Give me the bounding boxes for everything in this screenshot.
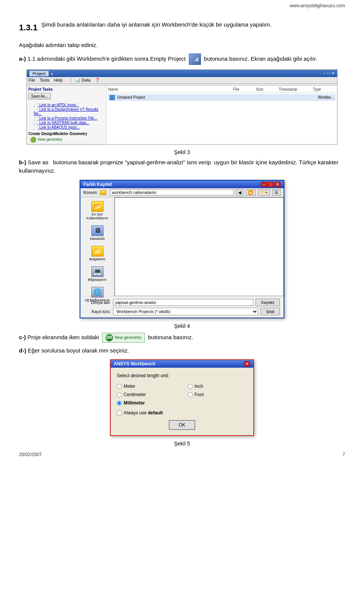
col-timestamp: Timestamp [279,87,305,91]
filetype-select[interactable]: Workbench Projects (*.wbdb) [113,308,258,315]
ansys-prompt: Select desired length unit: [117,373,247,378]
save-as-button[interactable]: Save As... [28,93,51,99]
save-button[interactable]: Kaydet [256,299,280,306]
save-dialog-titlebar: Farklı Kaydet ─ □ ✕ [80,181,284,188]
nav-computer[interactable]: 💻 Bilgisayarım [82,265,113,283]
nav-new-folder-btn[interactable]: 📁+ [258,189,270,196]
wb-body: Project Tasks Save As... 📄 Link to an AP… [27,86,337,144]
project-icon [110,95,115,100]
link-abaqus[interactable]: 📄 Link to ABAQUS input... [28,125,105,129]
new-geometry-sidebar[interactable]: 🟢 New geometry [30,137,105,143]
ansys-dialog: ANSYS Workbench ✕ Select desired length … [110,359,254,436]
new-geometry-button[interactable]: DM New geometry [102,333,145,343]
location-input[interactable]: workbench calismalarim [110,189,234,195]
ansys-dialog-title: ANSYS Workbench [114,361,155,367]
step-a-text1: 1.1 adımındaki gibi Workbench'e girdikte… [28,55,186,61]
save-dialog-body: 📂 En SonKullandıklarım 🖥 Masaüstü 📁 Belg… [80,197,284,296]
figure4-caption: Şekil 4 [19,323,345,329]
step-c-label: c-) [19,334,26,340]
figure5-caption: Şekil 5 [19,441,345,447]
footer-filetype-row: Kayıt türü: Workbench Projects (*.wbdb) … [84,308,280,315]
step-c-paragraph: c-) Proje ekranında iken soldaki DM New … [19,333,345,343]
nav-docs-label: Belgelerim [89,257,105,261]
ansys-close-btn[interactable]: ✕ [244,361,250,367]
save-dialog-footer: Dosya adı: Kaydet Kayıt türü: Workbench … [80,296,284,318]
nav-desktop-label: Masaüstü [90,237,105,241]
project-name: Unsaved Project [117,95,315,99]
ansys-options: Meter Inch Centimeter Foot Millimeter [117,384,247,406]
meter-label: Meter [124,384,135,389]
website-url: www.ansysbilgihavuzu.com [290,3,345,8]
nav-recent-label: En SonKullandıklarım [86,212,108,220]
nav-desktop[interactable]: 🖥 Masaüstü [82,224,113,242]
save-dialog: Farklı Kaydet ─ □ ✕ Konum: workbench cal… [80,180,284,318]
option-inch[interactable]: Inch [188,384,247,389]
col-size2: Size [256,87,271,91]
filename-input[interactable] [113,299,253,306]
wb-table-header: Name File Size Timestamp Type [108,87,336,93]
step-b-label: b-) [19,159,26,165]
wb-menubar: File Tools Help 📊 Data ❓ [27,77,337,84]
link-designxplorer[interactable]: 📄 Link to a DesignXplorer VT Results fil… [28,107,105,116]
step-a-text2: butonuna basınız. Ekran aşağıdaki gibi a… [204,55,317,61]
wb-tab[interactable]: Project [29,71,49,76]
footer-filename-row: Dosya adı: Kaydet [84,299,280,306]
step-a-text: a-) 1.1 adımındaki gibi Workbench'e gird… [19,54,345,65]
col-name: Name [108,87,184,91]
menu-tools[interactable]: Tools [40,78,50,83]
save-dialog-nav: 📂 En SonKullandıklarım 🖥 Masaüstü 📁 Belg… [80,197,115,296]
wb-main: Name File Size Timestamp Type Unsaved Pr… [107,86,337,144]
step-c-text2: butonuna basınız. [148,334,193,340]
menu-question[interactable]: ❓ [95,78,100,83]
always-default-label: Always use default [124,410,163,415]
ansys-titlebar: ANSYS Workbench ✕ [111,360,253,368]
menu-data[interactable]: 📊 Data [71,78,90,83]
nav-docs[interactable]: 📁 Belgelerim [82,244,113,263]
network-icon: 🌐 [91,287,104,297]
inch-label: Inch [195,384,203,389]
computer-icon: 💻 [91,266,104,277]
menu-help[interactable]: Help [54,78,63,83]
save-dialog-file-area [115,197,284,296]
step-d-label: d-) [19,347,26,354]
millimeter-label: Millimeter [124,400,145,406]
ansys-body: Select desired length unit: Meter Inch C… [111,368,253,435]
filetype-label: Kayıt türü: [84,309,111,314]
save-dialog-maximize[interactable]: □ [268,182,274,187]
desktop-icon: 🖥 [91,225,104,236]
save-dialog-minimize[interactable]: ─ [261,182,267,187]
option-millimeter[interactable]: Millimeter [117,400,247,406]
nav-recent[interactable]: 📂 En SonKullandıklarım [82,200,113,222]
section-subtitle: Aşağıdaki adımları takip ediniz. [19,41,345,50]
link-process[interactable]: 📄 Link to a Process Instruction File... [28,116,105,120]
link-apdl[interactable]: 📄 Link to an APDL input... [28,103,105,107]
create-section-header: Create DesignModeler Geometry [28,132,105,136]
new-geom-label: New geometry [115,334,141,341]
col-type: Type [313,87,336,91]
empty-project-icon [189,54,201,65]
option-foot[interactable]: Foot [188,392,247,397]
step-d-paragraph: d-) Eğer sorulursa boyut olarak mm seçin… [19,346,345,355]
cancel-button[interactable]: İptal [260,308,280,315]
menu-file[interactable]: File [28,78,35,83]
default-checkbox-item[interactable]: Always use default [117,410,247,415]
docs-icon: 📁 [91,246,104,257]
ok-button[interactable]: OK [169,420,195,430]
nav-computer-label: Bilgisayarım [88,278,107,282]
wb-sidebar: Project Tasks Save As... 📄 Link to an AP… [27,86,107,144]
link-nastran[interactable]: 📄 Link to NASTRAN bulk data... [28,121,105,125]
option-centimeter[interactable]: Centimeter [117,392,176,397]
project-type: Workbe... [318,95,334,99]
option-meter[interactable]: Meter [117,384,176,389]
page-footer: 20/02/2007 7 [19,452,345,457]
filename-label: Dosya adı: [84,300,111,305]
step-b-text: b-) Save as butonuna basarak projenize "… [19,158,345,175]
project-row: Unsaved Project Workbe... [108,94,336,101]
always-default-checkbox[interactable] [117,411,122,415]
save-dialog-title: Farklı Kaydet [83,182,112,187]
sidebar-title: Project Tasks [28,87,105,91]
nav-up-btn[interactable]: 🔼 [246,189,256,196]
save-dialog-close[interactable]: ✕ [275,182,281,187]
nav-view-btn[interactable]: ☰ [272,189,281,196]
nav-back-btn[interactable]: ◀ [236,189,243,196]
